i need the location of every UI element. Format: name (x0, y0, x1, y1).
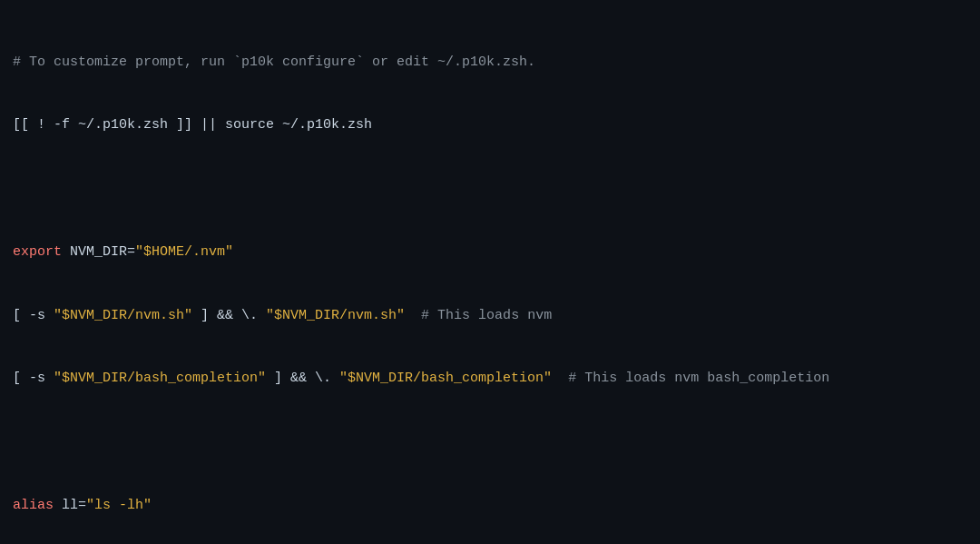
terminal-content: # To customize prompt, run `p10k configu… (13, 9, 967, 544)
line-3 (13, 178, 967, 199)
line-5: [ -s "$NVM_DIR/nvm.sh" ] && \. "$NVM_DIR… (13, 305, 967, 326)
line-6: [ -s "$NVM_DIR/bash_completion" ] && \. … (13, 368, 967, 389)
line-8: alias ll="ls -lh" (13, 495, 967, 516)
line-7 (13, 431, 967, 452)
line-2: [[ ! -f ~/.p10k.zsh ]] || source ~/.p10k… (13, 114, 967, 135)
comment-text: # To customize prompt, run `p10k configu… (13, 54, 535, 70)
line-4: export NVM_DIR="$HOME/.nvm" (13, 242, 967, 262)
line-1: # To customize prompt, run `p10k configu… (13, 52, 967, 73)
